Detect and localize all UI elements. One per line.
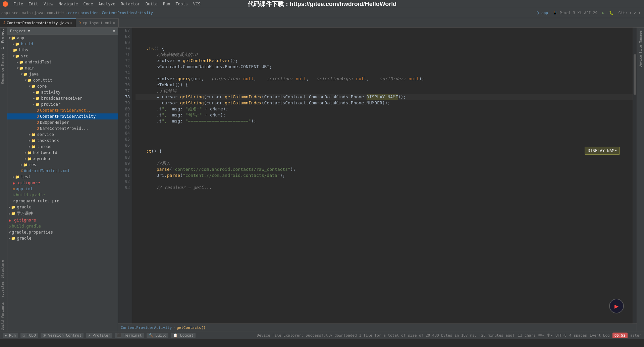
scrollbar-thumb[interactable]	[634, 54, 636, 95]
panel-project[interactable]: 1: Project	[0, 28, 7, 50]
tree-label-service: service	[37, 132, 54, 137]
tree-appiml[interactable]: ⊞ app.iml	[7, 186, 118, 192]
breadcrumb-method[interactable]: getContacts()	[177, 326, 206, 330]
breadcrumb-core[interactable]: core	[68, 11, 77, 15]
toolbar-run[interactable]: ▶	[600, 10, 606, 16]
breadcrumb-app[interactable]: app	[1, 11, 8, 15]
tree-comttit[interactable]: ▼ 📁 com.ttit	[7, 77, 118, 83]
status-profiler-btn[interactable]: ⚡ Profiler	[86, 333, 112, 338]
tree-buildgradle-root[interactable]: G build.gradle	[7, 223, 118, 229]
tree-dbopenhelper[interactable]: J DBOpenHelper	[7, 119, 118, 126]
breadcrumb-src[interactable]: src	[12, 11, 18, 15]
panel-structure[interactable]: Structure	[0, 259, 7, 280]
tree-contentprovideractivity[interactable]: J ContentProviderActivity	[7, 113, 118, 119]
toolbar-run-config[interactable]: ⬡ app	[534, 10, 550, 16]
tree-core[interactable]: ▼ 📁 core	[7, 83, 118, 89]
tree-provider[interactable]: ▼ 📁 provider	[7, 101, 118, 107]
code-line-67	[136, 28, 633, 34]
menu-file[interactable]: File	[11, 0, 26, 8]
status-branch[interactable]: aster	[630, 333, 641, 338]
tab-close-active[interactable]: ×	[70, 21, 72, 25]
tree-study-material[interactable]: ▶ 📁 学习课件	[7, 210, 118, 217]
code-content[interactable]: :ts() { //表获得联系人的id esolver = getContent…	[132, 28, 633, 324]
status-run-btn[interactable]: ▶ Run	[3, 333, 18, 338]
status-todo-btn[interactable]: ☐ TODO	[20, 333, 38, 338]
tree-service[interactable]: ▶ 📁 service	[7, 132, 118, 138]
menu-refactor[interactable]: Refactor	[118, 0, 143, 8]
panel-build-variants[interactable]: Build Variants	[0, 301, 7, 332]
tree-androidtest[interactable]: ▶ 📁 androidTest	[7, 59, 118, 65]
tree-thread[interactable]: ▶ 📁 thread	[7, 144, 118, 150]
tree-taskstack[interactable]: ▶ 📁 taskstack	[7, 138, 118, 144]
status-logcat-btn[interactable]: 📋 Logcat	[171, 333, 195, 338]
tree-gitignore[interactable]: ◉ .gitignore	[7, 180, 118, 186]
menu-edit[interactable]: Edit	[26, 0, 41, 8]
tree-label: java	[29, 72, 39, 77]
tree-build[interactable]: ▶ 📁 build	[7, 41, 118, 47]
folder-icon: 📁	[11, 205, 16, 209]
status-version-control-btn[interactable]: ⑨ Version Control	[41, 333, 84, 338]
project-title: Project ▼	[10, 29, 30, 33]
status-build-btn[interactable]: 🔨 Build	[147, 333, 169, 338]
toolbar-device[interactable]: 📱 Pixel 3 XL API 29	[551, 10, 599, 16]
tree-app[interactable]: ▼ 📁 app	[7, 35, 118, 41]
breadcrumb-main[interactable]: main	[22, 11, 31, 15]
tree-proguard[interactable]: P proguard-rules.pro	[7, 198, 118, 204]
menu-vcs[interactable]: VCS	[191, 0, 203, 8]
panel-favorites[interactable]: Favorites	[0, 280, 7, 301]
tree-namecontentprovid[interactable]: J NameContentProvid...	[7, 126, 118, 132]
tree-activity[interactable]: ▶ 📁 activity	[7, 89, 118, 95]
tab-content-provider-activity[interactable]: J ContentProviderActivity.java ×	[0, 18, 76, 27]
tree-helloworld[interactable]: ▶ 📁 helloworld	[7, 150, 118, 156]
breadcrumb-java[interactable]: java	[34, 11, 43, 15]
menu-navigate[interactable]: Navigate	[56, 0, 81, 8]
tree-main[interactable]: ▼ 📁 main	[7, 65, 118, 71]
tree-libs[interactable]: 📁 libs	[7, 47, 118, 53]
tree-gitignore-root[interactable]: ◉ .gitignore	[7, 217, 118, 223]
breadcrumb-class[interactable]: ContentProviderActivity	[102, 11, 153, 15]
status-lang-cn[interactable]: 中•	[538, 333, 544, 338]
menu-tools[interactable]: Tools	[173, 0, 191, 8]
tree-gradle2[interactable]: ▶ 📁 gradle	[7, 235, 118, 241]
right-tool-bar: Device File Manager	[637, 28, 644, 332]
tree-contentprovider2act[interactable]: J ContentProvider2Act...	[7, 107, 118, 113]
menu-analyze[interactable]: Analyze	[96, 0, 118, 8]
tree-broadcastreceiver[interactable]: ▶ 📁 broadcastreceiver	[7, 95, 118, 101]
tree-java[interactable]: ▼ 📁 java	[7, 71, 118, 77]
tab-close-inactive[interactable]: ×	[113, 21, 115, 25]
tree-androidmanifest[interactable]: X AndroidManifest.xml	[7, 168, 118, 174]
vertical-scrollbar[interactable]	[633, 28, 637, 324]
code-scroll[interactable]: 67 68 69 70 71 72 73 74 75 76 77 78 79 8…	[118, 28, 637, 324]
menu-code[interactable]: Code	[81, 0, 96, 8]
toolbar-git[interactable]: Git: ↕ ✓ ↑	[616, 10, 643, 16]
project-header: Project ▼ ⚙	[7, 28, 118, 35]
menu-run[interactable]: Run	[160, 0, 173, 8]
menu-view[interactable]: View	[41, 0, 56, 8]
play-button[interactable]: ▶	[609, 299, 624, 313]
panel-resource-manager[interactable]: Resource Manager	[0, 50, 7, 85]
panel-device-file-manager[interactable]: Device File Manager	[638, 28, 643, 68]
tree-label-activity: activity	[41, 90, 60, 95]
tree-gradleprops[interactable]: P gradle.properties	[7, 229, 118, 235]
tree-test[interactable]: ▶ 📁 test	[7, 174, 118, 180]
status-encoding[interactable]: UTF-8	[555, 333, 567, 338]
tree-xgvideo[interactable]: ▶ 📁 xgvideo	[7, 156, 118, 162]
breadcrumb-provider[interactable]: provider	[80, 11, 98, 15]
status-event-log[interactable]: Event Log	[590, 333, 610, 338]
menu-build[interactable]: Build	[143, 0, 160, 8]
status-terminal-btn[interactable]: ⬛ Terminal	[115, 333, 144, 338]
toolbar-debug[interactable]: 🐛	[607, 10, 616, 16]
status-file-info: Device File Explorer: Successfully downl…	[257, 333, 515, 338]
status-half[interactable]: 半•	[547, 333, 553, 338]
tree-buildgradle-app[interactable]: G build.gradle	[7, 192, 118, 198]
status-indent[interactable]: 4 spaces	[569, 333, 587, 338]
breadcrumb-class-bottom[interactable]: ContentProviderActivity	[121, 326, 172, 330]
tree-src[interactable]: ▼ 📁 src	[7, 53, 118, 59]
project-settings-icon[interactable]: ⚙	[113, 29, 115, 33]
tree-res[interactable]: ▶ 📁 res	[7, 162, 118, 168]
breadcrumb-com[interactable]: com.ttit	[47, 11, 64, 15]
tree-label: ContentProviderActivity	[40, 114, 96, 119]
tab-cp-layout[interactable]: X cp_layout.xml ×	[76, 18, 119, 27]
folder-icon: 📁	[31, 133, 36, 137]
tree-gradle-root[interactable]: ▶ 📁 gradle	[7, 204, 118, 210]
